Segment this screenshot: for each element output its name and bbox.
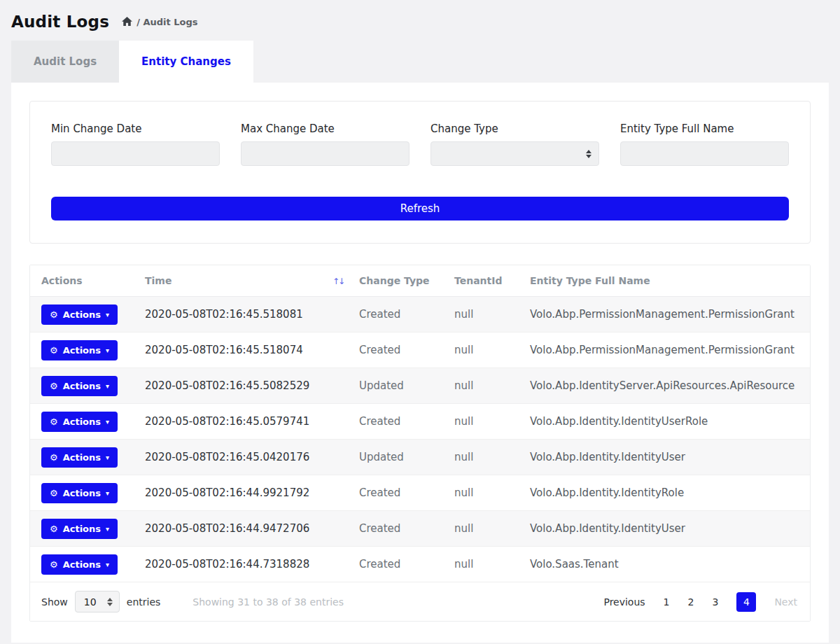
time-cell: 2020-05-08T02:16:45.518081 (134, 297, 317, 332)
time-cell: 2020-05-08T02:16:44.9921792 (134, 475, 317, 511)
tenant-id-cell: null (443, 547, 519, 582)
row-actions-button[interactable]: ⚙Actions▾ (41, 483, 118, 503)
gear-icon: ⚙ (50, 452, 58, 463)
col-change-type: Change Type (348, 265, 443, 297)
caret-down-icon: ▾ (106, 346, 109, 354)
row-actions-button[interactable]: ⚙Actions▾ (41, 554, 118, 575)
entity-changes-table: Actions Time ↑↓ Change Type TenantId Ent… (29, 265, 811, 622)
pagination-next[interactable]: Next (774, 596, 797, 608)
tenant-id-cell: null (443, 511, 519, 547)
row-actions-button[interactable]: ⚙Actions▾ (41, 519, 118, 539)
table-footer: Show 10 entries Showing 31 to 38 of 38 e… (30, 582, 810, 621)
row-actions-button[interactable]: ⚙Actions▾ (41, 447, 118, 468)
gear-icon: ⚙ (50, 488, 58, 498)
caret-down-icon: ▾ (106, 311, 109, 318)
table-row: ⚙Actions▾ 2020-05-08T02:16:44.7318828 Cr… (30, 547, 810, 582)
breadcrumb-path: / Audit Logs (136, 17, 197, 27)
caret-down-icon: ▾ (106, 489, 109, 497)
gear-icon: ⚙ (50, 559, 58, 570)
select-updown-icon (107, 598, 113, 606)
entity-type-cell: Volo.Abp.IdentityServer.ApiResources.Api… (519, 368, 810, 404)
change-type-cell: Created (348, 475, 443, 511)
entity-type-cell: Volo.Abp.Identity.IdentityRole (519, 475, 810, 511)
tab-entity-changes[interactable]: Entity Changes (119, 41, 253, 83)
entity-type-cell: Volo.Abp.Identity.IdentityUser (519, 440, 810, 475)
change-type-cell: Created (348, 332, 443, 368)
sort-icon[interactable]: ↑↓ (332, 276, 344, 286)
time-cell: 2020-05-08T02:16:45.0579741 (134, 404, 317, 440)
pagination-page-4-active[interactable]: 4 (736, 592, 756, 612)
time-cell: 2020-05-08T02:16:45.5082529 (134, 368, 317, 404)
col-tenant-id: TenantId (443, 265, 519, 297)
page-header: Audit Logs / Audit Logs (0, 0, 840, 41)
tenant-id-cell: null (443, 332, 519, 368)
row-actions-button[interactable]: ⚙Actions▾ (41, 376, 118, 396)
entity-type-input[interactable] (620, 141, 789, 166)
caret-down-icon: ▾ (106, 382, 109, 390)
table-row: ⚙Actions▾ 2020-05-08T02:16:45.0420176 Up… (30, 440, 810, 475)
content-card: Min Change Date Max Change Date Change T… (11, 83, 829, 643)
page-title: Audit Logs (11, 13, 109, 31)
max-change-date-input[interactable] (241, 141, 410, 166)
row-actions-button[interactable]: ⚙Actions▾ (41, 340, 118, 360)
table-row: ⚙Actions▾ 2020-05-08T02:16:45.518074 Cre… (30, 332, 810, 368)
caret-down-icon: ▾ (106, 454, 109, 461)
col-time[interactable]: Time (134, 265, 317, 297)
change-type-select[interactable] (430, 141, 599, 166)
entity-type-cell: Volo.Abp.Identity.IdentityUserRole (519, 404, 810, 440)
time-cell: 2020-05-08T02:16:45.518074 (134, 332, 317, 368)
refresh-button[interactable]: Refresh (51, 197, 789, 220)
change-type-label: Change Type (430, 122, 599, 135)
time-cell: 2020-05-08T02:16:44.9472706 (134, 511, 317, 547)
home-icon[interactable] (122, 17, 132, 27)
max-change-date-label: Max Change Date (241, 122, 410, 135)
table-row: ⚙Actions▾ 2020-05-08T02:16:44.9472706 Cr… (30, 511, 810, 547)
change-type-cell: Updated (348, 368, 443, 404)
gear-icon: ⚙ (50, 381, 58, 391)
table-row: ⚙Actions▾ 2020-05-08T02:16:44.9921792 Cr… (30, 475, 810, 511)
change-type-cell: Created (348, 297, 443, 332)
entity-type-cell: Volo.Abp.Identity.IdentityUser (519, 511, 810, 547)
tenant-id-cell: null (443, 475, 519, 511)
min-change-date-input[interactable] (51, 141, 220, 166)
time-cell: 2020-05-08T02:16:45.0420176 (134, 440, 317, 475)
tab-audit-logs[interactable]: Audit Logs (11, 41, 119, 83)
gear-icon: ⚙ (50, 309, 58, 320)
gear-icon: ⚙ (50, 524, 58, 534)
show-label: Show (41, 596, 68, 608)
min-change-date-label: Min Change Date (51, 122, 220, 135)
tenant-id-cell: null (443, 440, 519, 475)
caret-down-icon: ▾ (106, 561, 109, 568)
breadcrumb: / Audit Logs (122, 17, 197, 27)
pagination-page-2[interactable]: 2 (688, 596, 694, 608)
gear-icon: ⚙ (50, 345, 58, 356)
pagination-page-3[interactable]: 3 (712, 596, 718, 608)
time-cell: 2020-05-08T02:16:44.7318828 (134, 547, 317, 582)
filter-card: Min Change Date Max Change Date Change T… (29, 101, 811, 244)
gear-icon: ⚙ (50, 416, 58, 427)
change-type-cell: Created (348, 511, 443, 547)
row-actions-button[interactable]: ⚙Actions▾ (41, 304, 118, 325)
change-type-cell: Updated (348, 440, 443, 475)
entity-type-cell: Volo.Saas.Tenant (519, 547, 810, 582)
page-size-select[interactable]: 10 (75, 591, 120, 612)
entity-type-cell: Volo.Abp.PermissionManagement.Permission… (519, 297, 810, 332)
entries-label: entries (127, 596, 161, 608)
table-row: ⚙Actions▾ 2020-05-08T02:16:45.0579741 Cr… (30, 404, 810, 440)
pagination-page-1[interactable]: 1 (664, 596, 670, 608)
tab-bar: Audit Logs Entity Changes (11, 41, 829, 83)
caret-down-icon: ▾ (106, 525, 109, 533)
entity-type-label: Entity Type Full Name (620, 122, 789, 135)
table-row: ⚙Actions▾ 2020-05-08T02:16:45.518081 Cre… (30, 297, 810, 332)
tenant-id-cell: null (443, 297, 519, 332)
change-type-cell: Created (348, 404, 443, 440)
row-actions-button[interactable]: ⚙Actions▾ (41, 412, 118, 432)
tenant-id-cell: null (443, 404, 519, 440)
entity-type-cell: Volo.Abp.PermissionManagement.Permission… (519, 332, 810, 368)
pagination: Previous 1 2 3 4 Next (603, 592, 797, 612)
showing-entries-text: Showing 31 to 38 of 38 entries (192, 596, 344, 608)
col-actions: Actions (30, 265, 134, 297)
col-entity-type: Entity Type Full Name (519, 265, 810, 297)
tenant-id-cell: null (443, 368, 519, 404)
pagination-previous[interactable]: Previous (603, 596, 645, 608)
